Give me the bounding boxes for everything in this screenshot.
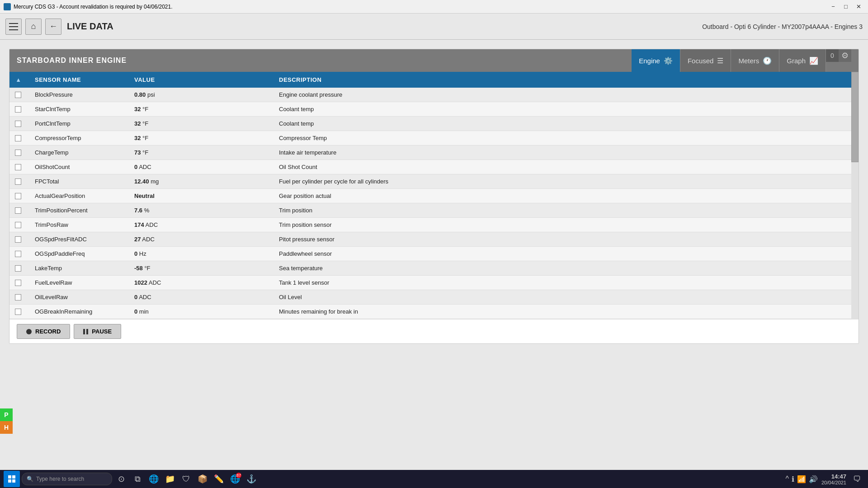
sensor-value: 32 [134,120,141,127]
taskbar-multitask[interactable]: ⧉ [130,472,145,486]
main-wrapper: STARBOARD INNER ENGINE Engine ⚙️ Focused… [0,40,868,470]
tab-focused[interactable]: Focused ☰ [680,49,731,72]
main-content: STARBOARD INNER ENGINE Engine ⚙️ Focused… [0,40,868,470]
row-checkbox[interactable] [15,178,21,185]
badge-h[interactable]: H [0,421,13,434]
tray-wifi-icon[interactable]: 📶 [797,475,806,483]
row-checkbox[interactable] [15,193,21,199]
clock[interactable]: 14:47 20/04/2021 [821,473,846,485]
row-checkbox[interactable] [15,135,21,141]
menu-button[interactable] [5,19,22,35]
row-checkbox-cell [9,247,29,261]
notification-button[interactable]: 🗨 [850,472,864,486]
sensor-value: 1022 [134,279,147,286]
row-checkbox[interactable] [15,309,21,315]
search-box[interactable]: 🔍 Type here to search [22,473,112,485]
taskbar-cortana[interactable]: ⊙ [114,472,128,486]
sensor-name-cell: OilShotCount [29,160,129,174]
maximize-button[interactable]: □ [840,2,852,12]
taskbar-shield-icon[interactable]: 🛡 [179,472,193,486]
taskbar-dropbox-icon[interactable]: 📦 [195,472,210,486]
graph-icon: 📈 [809,56,818,65]
sensor-description-cell: Gear position actual [274,189,500,203]
sensor-extra-cell [500,276,859,290]
sensor-unit: ADC [147,279,161,286]
settings-button[interactable]: ⚙ [839,49,851,62]
col-value[interactable]: VALUE [129,72,274,88]
sensor-description-cell: Fuel per cylinder per cycle for all cyli… [274,174,500,189]
minimize-button[interactable]: − [827,2,839,12]
row-checkbox[interactable] [15,207,21,214]
sensor-name-cell: OilLevelRaw [29,290,129,305]
taskbar-stylus-icon[interactable]: ✏️ [212,472,226,486]
row-checkbox-cell [9,232,29,247]
row-checkbox[interactable] [15,106,21,113]
pause-button[interactable]: PAUSE [74,324,121,339]
taskbar-edge-icon[interactable]: 🌐 [146,472,161,486]
row-checkbox[interactable] [15,294,21,300]
sensor-description-cell: Intake air temperature [274,145,500,160]
back-button[interactable]: ← [45,19,61,35]
table-row: OilShotCount0 ADCOil Shot Count [9,160,859,174]
badge-p[interactable]: P [0,408,13,421]
sensor-value: -58 [134,265,143,272]
sensor-value: 174 [134,221,144,228]
row-checkbox[interactable] [15,121,21,127]
taskbar-explorer-icon[interactable]: 📁 [163,472,177,486]
tab-number[interactable]: 0 [826,49,839,62]
sensor-unit: min [137,308,149,315]
tray-info-icon[interactable]: ℹ [792,475,794,483]
titlebar-controls: − □ ✕ [827,2,864,12]
row-checkbox[interactable] [15,265,21,272]
row-checkbox[interactable] [15,251,21,257]
sensor-name-cell: StarClntTemp [29,102,129,117]
table-header-row: ▲ SENSOR NAME VALUE DESCRIPTION [9,72,859,88]
close-button[interactable]: ✕ [853,2,864,12]
row-checkbox[interactable] [15,150,21,156]
col-description[interactable]: DESCRIPTION [274,72,500,88]
sensor-unit: % [142,207,149,214]
row-checkbox[interactable] [15,236,21,243]
row-checkbox[interactable] [15,92,21,98]
table-row: TrimPosRaw174 ADCTrim position sensor [9,218,859,232]
titlebar-left: Mercury CDS G3 - Account revalidation is… [4,3,173,10]
sensor-name-cell: LakeTemp [29,261,129,276]
side-badges: P H [0,408,13,434]
taskbar-right: ^ ℹ 📶 🔊 14:47 20/04/2021 🗨 [785,472,864,486]
start-button[interactable] [4,471,20,487]
record-button[interactable]: RECORD [17,324,70,339]
system-tray: ^ ℹ 📶 🔊 [785,475,818,483]
sensor-description-cell: Tank 1 level sensor [274,276,500,290]
col-sensor-name[interactable]: SENSOR NAME [29,72,129,88]
tab-graph-label: Graph [787,57,806,65]
home-button[interactable]: ⌂ [25,19,42,35]
scrollbar-thumb[interactable] [851,72,859,162]
sensor-value-cell: 7.6 % [129,203,274,218]
row-checkbox[interactable] [15,280,21,286]
sensor-unit: ADC [141,236,154,243]
row-checkbox[interactable] [15,164,21,170]
row-checkbox[interactable] [15,222,21,228]
tray-expand-icon[interactable]: ^ [785,475,789,483]
sensor-description-cell: Paddlewheel sensor [274,247,500,261]
sensor-unit: ADC [144,221,158,228]
tab-graph[interactable]: Graph 📈 [779,49,826,72]
sensor-name-cell: CompressorTemp [29,131,129,145]
scrollbar-track[interactable] [851,72,859,319]
sensor-unit: °F [143,265,151,272]
sensor-value-cell: 1022 ADC [129,276,274,290]
sensor-value-cell: 27 ADC [129,232,274,247]
search-placeholder: Type here to search [36,476,84,482]
col-extra [500,72,859,88]
tab-meters[interactable]: Meters 🕐 [731,49,779,72]
sensor-description-cell: Sea temperature [274,261,500,276]
time-display: 14:47 [821,473,846,480]
table-row: FuelLevelRaw1022 ADCTank 1 level sensor [9,276,859,290]
taskbar-network-icon[interactable]: 🌐 87 [228,472,242,486]
tray-volume-icon[interactable]: 🔊 [809,475,818,483]
tab-engine[interactable]: Engine ⚙️ [632,49,680,72]
sensor-unit: °F [141,106,148,113]
sensor-value-cell: 0 ADC [129,160,274,174]
sensor-value: 0.80 [134,91,146,98]
taskbar-cds-icon[interactable]: ⚓ [244,472,259,486]
